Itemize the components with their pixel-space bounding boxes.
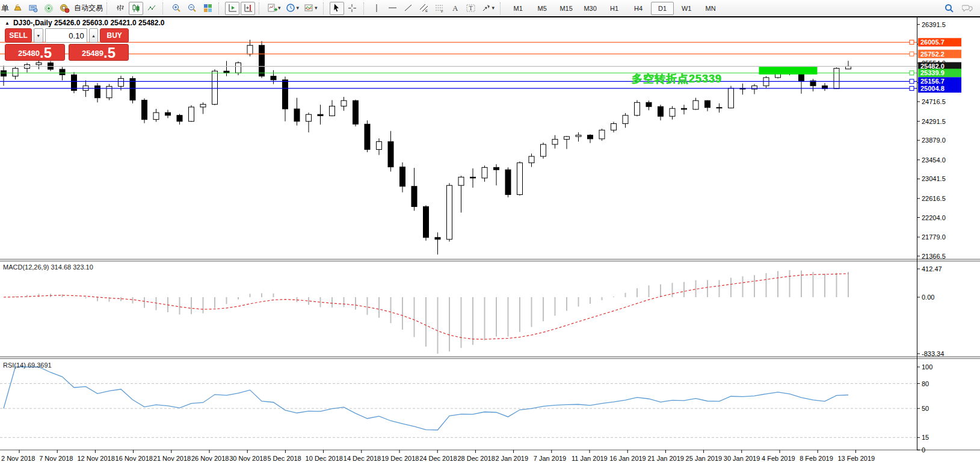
candle-body [658, 106, 664, 116]
price-tick-label: 23879.0 [922, 137, 946, 144]
chart-annotation[interactable]: 多空转折点25339 [632, 72, 722, 86]
candle-body [200, 104, 206, 107]
rsi-label: RSI(14) 69.3691 [3, 362, 52, 369]
rsi-axis-label: 0 [922, 446, 925, 454]
candle-body [247, 45, 253, 54]
candle-body [189, 107, 194, 122]
candle-body [588, 135, 593, 139]
date-label: 2 Jan 2019 [496, 455, 528, 462]
price-badge-label: 25752.2 [920, 51, 945, 58]
date-label: 19 Dec 2018 [381, 455, 419, 462]
candle-body [611, 124, 617, 131]
macd-axis-label: 0.00 [922, 294, 934, 301]
candle-body [318, 114, 323, 115]
candle-body [447, 185, 452, 239]
line-marker [910, 79, 914, 84]
candle-body [365, 124, 370, 149]
candle-body [517, 163, 523, 195]
volume-decrease-button[interactable]: ▼ [34, 28, 43, 43]
rsi-line [4, 367, 848, 430]
candle-body [306, 114, 312, 121]
chart-area[interactable]: 26391.525966.525554.025129.024716.524291… [0, 0, 980, 465]
price-tick-label: 22616.5 [922, 195, 946, 202]
candle-body [119, 78, 124, 86]
candle-body [541, 144, 546, 156]
buy-price-pips: .5 [103, 46, 116, 60]
candle-body [153, 112, 159, 119]
candle-body [564, 137, 570, 140]
candle-body [482, 167, 487, 178]
macd-label: MACD(12,26,9) 314.68 323.10 [3, 263, 93, 271]
date-label: 21 Jan 2019 [647, 455, 684, 462]
price-tick-label: 24291.5 [922, 118, 946, 125]
candle-body [377, 141, 382, 149]
date-label: 10 Dec 2018 [306, 455, 343, 462]
date-label: 25 Jan 2019 [686, 455, 723, 462]
candle-body [799, 73, 804, 81]
date-label: 16 Nov 2018 [116, 455, 153, 462]
candle-body [729, 88, 734, 108]
candle-body [60, 69, 65, 75]
rsi-axis-label: 100 [922, 363, 932, 371]
date-label: 30 Nov 2018 [229, 455, 267, 462]
one-click-trading-panel: SELL ▼ ▲ BUY 25480.5 25489.5 [5, 28, 129, 61]
volume-input[interactable] [45, 28, 87, 43]
candle-body [165, 112, 171, 115]
buy-price-box[interactable]: 25489.5 [69, 44, 129, 61]
candle-body [717, 108, 722, 108]
candle-body [236, 63, 241, 73]
date-label: 5 Dec 2018 [267, 455, 301, 462]
candle-body [259, 45, 265, 76]
line-marker [910, 40, 914, 45]
line-marker [910, 71, 914, 75]
candle-body [576, 135, 581, 137]
candle-body [271, 76, 276, 80]
rsi-axis-label: 80 [922, 380, 929, 387]
candle-body [212, 71, 218, 104]
date-label: 21 Nov 2018 [153, 455, 191, 462]
candle-body [400, 167, 405, 186]
volume-increase-button[interactable]: ▲ [89, 28, 99, 43]
buy-button[interactable]: BUY [100, 28, 129, 43]
sell-price-box[interactable]: 25480.5 [5, 44, 65, 61]
candle-body [705, 100, 710, 107]
date-label: 28 Dec 2018 [457, 455, 495, 462]
candle-body [682, 108, 687, 109]
chart-title-text: DJ30-,Daily 25426.0 25603.0 25421.0 2548… [13, 19, 165, 27]
date-label: 16 Jan 2019 [609, 455, 646, 462]
candle-body [693, 100, 698, 109]
candle-body [529, 156, 534, 163]
line-marker [910, 86, 914, 90]
date-label: 26 Nov 2018 [191, 455, 229, 462]
candle-body [388, 141, 393, 167]
candle-body [834, 69, 839, 89]
collapse-triangle-icon[interactable]: ▲ [5, 20, 10, 26]
candle-body [36, 63, 42, 64]
candle-body [330, 106, 335, 115]
price-tick-label: 26391.5 [922, 21, 946, 28]
price-tick-label: 21779.0 [922, 233, 946, 241]
price-tick-label: 24716.5 [922, 98, 946, 105]
date-label: 4 Feb 2019 [762, 455, 795, 462]
price-tick-label: 22204.0 [922, 214, 946, 221]
date-label: 2 Nov 2018 [1, 455, 35, 462]
candle-body [552, 140, 558, 144]
macd-axis-label: 412.47 [922, 265, 942, 273]
candle-body [646, 102, 652, 106]
price-badge-label: 25339.9 [920, 69, 945, 76]
candle-body [1, 70, 7, 76]
sell-price-main: 25480 [18, 48, 40, 60]
price-badge-label: 25004.8 [920, 85, 945, 92]
date-label: 13 Feb 2019 [837, 455, 875, 462]
sell-button[interactable]: SELL [5, 28, 32, 43]
candle-body [142, 100, 147, 119]
candle-body [458, 177, 464, 185]
candle-body [424, 206, 429, 237]
candle-body [846, 66, 851, 69]
macd-axis-label: -833.34 [922, 350, 944, 357]
price-tick-label: 23041.5 [922, 175, 946, 182]
candle-body [411, 186, 417, 207]
candle-body [623, 115, 628, 124]
date-label: 7 Jan 2019 [534, 455, 566, 462]
date-label: 12 Nov 2018 [77, 455, 114, 462]
